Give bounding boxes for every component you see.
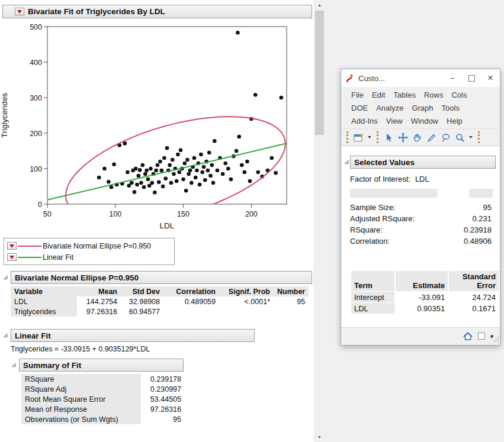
data-point[interactable] bbox=[168, 163, 172, 167]
data-point[interactable] bbox=[203, 178, 207, 182]
resize-grip-icon[interactable] bbox=[493, 334, 499, 344]
data-point[interactable] bbox=[208, 174, 213, 178]
data-point[interactable] bbox=[160, 169, 164, 173]
data-point[interactable] bbox=[184, 189, 188, 193]
window-title-bar[interactable]: Custo... − × bbox=[341, 69, 500, 87]
data-point[interactable] bbox=[110, 185, 114, 189]
grabber-hand-tool-icon[interactable] bbox=[411, 131, 423, 143]
data-point[interactable] bbox=[221, 172, 225, 176]
data-point[interactable] bbox=[126, 170, 130, 175]
data-point[interactable] bbox=[243, 170, 247, 175]
scroll-thumb[interactable] bbox=[315, 11, 324, 135]
checkbox[interactable] bbox=[478, 333, 485, 340]
red-triangle-menu-button[interactable] bbox=[15, 8, 24, 15]
data-point[interactable] bbox=[175, 179, 179, 183]
data-point[interactable] bbox=[172, 172, 176, 176]
data-point[interactable] bbox=[165, 146, 169, 150]
data-point[interactable] bbox=[123, 141, 127, 146]
data-point[interactable] bbox=[142, 185, 146, 189]
scroll-down-button[interactable]: ▼ bbox=[314, 432, 325, 442]
chevron-down-icon[interactable] bbox=[368, 136, 371, 138]
data-point[interactable] bbox=[177, 170, 181, 175]
disclosure-triangle-icon[interactable]: ◢ bbox=[3, 332, 8, 338]
data-point[interactable] bbox=[134, 167, 138, 171]
data-point[interactable] bbox=[183, 162, 187, 166]
data-point[interactable] bbox=[274, 171, 278, 175]
data-point[interactable] bbox=[235, 149, 239, 153]
maximize-button[interactable] bbox=[462, 69, 481, 87]
menu-analyze[interactable]: Analyze bbox=[372, 104, 407, 112]
close-button[interactable]: × bbox=[481, 69, 500, 87]
data-point[interactable] bbox=[147, 184, 152, 188]
red-triangle-menu-button[interactable] bbox=[7, 242, 17, 250]
linear-fit-section-bar[interactable]: Linear Fit bbox=[11, 329, 255, 342]
data-point[interactable] bbox=[138, 168, 142, 172]
data-point[interactable] bbox=[202, 165, 206, 169]
data-point[interactable] bbox=[154, 169, 158, 173]
data-point[interactable] bbox=[195, 169, 199, 173]
data-point[interactable] bbox=[140, 163, 145, 167]
menu-file[interactable]: File bbox=[347, 91, 368, 99]
menu-addins[interactable]: Add-Ins bbox=[347, 117, 382, 125]
data-point[interactable] bbox=[192, 156, 197, 160]
menu-rows[interactable]: Rows bbox=[420, 91, 448, 99]
vertical-scrollbar[interactable]: ▲ ▼ bbox=[314, 0, 324, 442]
data-point[interactable] bbox=[226, 167, 230, 171]
summary-of-fit-bar[interactable]: Summary of Fit bbox=[19, 359, 184, 372]
data-point[interactable] bbox=[206, 169, 210, 173]
minimize-button[interactable]: − bbox=[443, 69, 462, 87]
home-icon[interactable] bbox=[463, 331, 473, 343]
select-tool-icon[interactable] bbox=[383, 131, 394, 143]
data-point[interactable] bbox=[210, 163, 214, 167]
data-point[interactable] bbox=[253, 93, 258, 97]
data-point[interactable] bbox=[130, 181, 134, 185]
data-point[interactable] bbox=[248, 179, 252, 183]
data-point[interactable] bbox=[150, 181, 154, 185]
data-point[interactable] bbox=[270, 156, 274, 160]
data-point[interactable] bbox=[146, 178, 150, 182]
data-point[interactable] bbox=[198, 183, 202, 187]
data-point[interactable] bbox=[216, 169, 220, 173]
disclosure-triangle-icon[interactable]: ◢ bbox=[344, 159, 349, 164]
menu-help[interactable]: Help bbox=[442, 117, 467, 125]
data-point[interactable] bbox=[133, 190, 137, 194]
data-point[interactable] bbox=[161, 185, 165, 189]
data-point[interactable] bbox=[240, 163, 244, 167]
data-point[interactable] bbox=[188, 169, 192, 173]
data-point[interactable] bbox=[223, 162, 227, 166]
data-point[interactable] bbox=[97, 176, 101, 180]
data-point[interactable] bbox=[245, 160, 249, 164]
disclosure-triangle-icon[interactable]: ◢ bbox=[11, 362, 16, 367]
data-point[interactable] bbox=[199, 153, 203, 157]
new-window-icon[interactable] bbox=[352, 131, 364, 143]
data-point[interactable] bbox=[176, 153, 180, 157]
data-point[interactable] bbox=[169, 181, 174, 185]
data-point[interactable] bbox=[143, 172, 147, 176]
data-point[interactable] bbox=[135, 183, 139, 187]
data-point[interactable] bbox=[137, 174, 141, 178]
data-point[interactable] bbox=[171, 158, 175, 162]
ellipse-section-bar[interactable]: Bivariate Normal Ellipse P=0.950 bbox=[11, 271, 312, 284]
data-point[interactable] bbox=[179, 149, 183, 153]
report-title-bar[interactable]: Bivariate Fit of Triglycerides By LDL bbox=[2, 5, 312, 18]
column-list-box-1[interactable] bbox=[350, 189, 438, 198]
data-point[interactable] bbox=[162, 156, 166, 160]
data-point[interactable] bbox=[200, 170, 204, 175]
data-point[interactable] bbox=[213, 139, 217, 143]
brush-tool-icon[interactable] bbox=[425, 131, 437, 143]
data-point[interactable] bbox=[194, 176, 198, 180]
magnifier-tool-icon[interactable] bbox=[454, 131, 466, 143]
data-point[interactable] bbox=[163, 177, 168, 181]
data-point[interactable] bbox=[139, 181, 143, 185]
data-point[interactable] bbox=[153, 191, 157, 195]
lasso-tool-icon[interactable] bbox=[439, 131, 451, 143]
toolbar-grip[interactable] bbox=[346, 131, 348, 143]
scatter-plot-svg[interactable]: 010020030040050050100150200LDLTriglyceri… bbox=[0, 18, 308, 232]
data-point[interactable] bbox=[157, 180, 161, 185]
data-point[interactable] bbox=[102, 167, 107, 171]
menu-edit[interactable]: Edit bbox=[368, 91, 389, 99]
data-point[interactable] bbox=[211, 181, 216, 185]
toolbar-grip[interactable] bbox=[478, 131, 480, 143]
toolbar-grip[interactable] bbox=[377, 131, 378, 143]
selected-values-bar[interactable]: Selected Values bbox=[350, 156, 496, 169]
